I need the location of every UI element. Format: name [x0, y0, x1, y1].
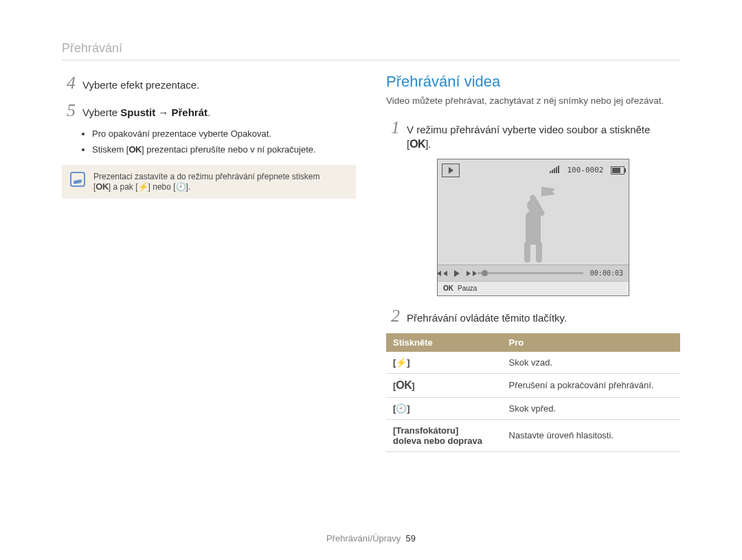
- file-counter: 100-0002: [567, 166, 603, 175]
- right-column: Přehrávání videa Video můžete přehrávat,…: [386, 73, 680, 452]
- bracket: ].: [186, 182, 191, 192]
- step-1: 1 V režimu přehrávání vyberte video soub…: [386, 117, 680, 152]
- ok-icon: OK: [443, 284, 453, 292]
- table-row: [🕘] Skok vpřed.: [386, 397, 680, 419]
- page-number: 59: [406, 533, 416, 544]
- bullet-item: Stiskem [OK] prezentaci přerušíte nebo v…: [92, 144, 356, 156]
- bracket: ]: [407, 357, 409, 368]
- step-number: 5: [62, 100, 76, 121]
- section-intro: Video můžete přehrávat, zachytávat z něj…: [386, 95, 680, 108]
- step-number: 1: [386, 117, 400, 138]
- ok-icon: OK: [95, 181, 109, 192]
- content-columns: 4 Vyberte efekt prezentace. 5 Vyberte Sp…: [62, 73, 680, 452]
- table-cell-key: [⚡]: [386, 352, 502, 374]
- video-footerbar: OK Pauza: [438, 281, 629, 295]
- table-cell-desc: Skok vzad.: [502, 352, 680, 374]
- play-icon: [454, 270, 460, 277]
- figure-silhouette: [513, 190, 554, 265]
- table-cell-key: [OK]: [386, 373, 502, 397]
- footer-section: Přehrávání/Úpravy: [326, 533, 401, 544]
- step-number: 2: [386, 306, 400, 326]
- table-header-desc: Pro: [502, 333, 680, 352]
- note-icon: [70, 172, 85, 187]
- video-screenshot: 100-0002 00:00:03: [437, 159, 629, 296]
- table-row: [OK] Přerušení a pokračování přehrávání.: [386, 373, 680, 397]
- step-text: Vyberte Spustit → Přehrát.: [82, 106, 210, 120]
- ok-icon: OK: [409, 138, 425, 150]
- table-cell-desc: Nastavte úroveň hlasitosti.: [502, 419, 680, 451]
- progress-bar: [477, 272, 583, 274]
- note-box: Prezentaci zastavíte a do režimu přehráv…: [62, 165, 356, 199]
- bracket: ]: [412, 381, 414, 391]
- text-prefix: Vyberte: [82, 107, 120, 118]
- bullet-bold: Opakovat: [231, 128, 269, 139]
- bullet-text: .: [269, 128, 271, 139]
- video-counter: 100-0002: [550, 166, 625, 175]
- flash-icon: ⚡: [138, 182, 148, 192]
- ok-icon: OK: [128, 144, 142, 155]
- table-row: [⚡] Skok vzad.: [386, 352, 680, 374]
- step-text: Vyberte efekt prezentace.: [82, 78, 199, 92]
- note-line1: Prezentaci zastavíte a do režimu přehráv…: [93, 172, 320, 181]
- step1-before: V režimu přehrávání vyberte video soubor…: [407, 124, 650, 135]
- battery-icon: [611, 166, 625, 175]
- left-column: 4 Vyberte efekt prezentace. 5 Vyberte Sp…: [62, 73, 356, 452]
- table-cell-desc: Přerušení a pokračování přehrávání.: [502, 373, 680, 397]
- note-content: Prezentaci zastavíte a do režimu přehráv…: [93, 172, 320, 192]
- text-suffix: .: [207, 107, 210, 118]
- bracket: ].: [425, 138, 431, 150]
- bracket: ]: [407, 403, 409, 414]
- table-cell-key: [🕘]: [386, 397, 502, 419]
- footer-label: Pauza: [458, 284, 477, 292]
- signal-bars-icon: [550, 166, 560, 175]
- step-4: 4 Vyberte efekt prezentace.: [62, 73, 356, 93]
- bullet-item: Pro opakování prezentace vyberte Opakova…: [92, 128, 356, 140]
- zoom-key-line2: doleva nebo doprava: [393, 436, 482, 446]
- zoom-key-line1: [Transfokátoru]: [393, 425, 458, 436]
- bracket: ] nebo [: [148, 182, 176, 192]
- flash-icon: ⚡: [396, 357, 407, 368]
- step-text: Přehrávání ovládáte těmito tlačítky.: [407, 311, 567, 325]
- bullet-text: ] prezentaci přerušíte nebo v ní pokraču…: [142, 144, 316, 155]
- video-controlbar: 00:00:03: [438, 265, 629, 282]
- bullet-text: Stiskem [: [92, 144, 128, 155]
- step-text: V režimu přehrávání vyberte video soubor…: [407, 123, 650, 152]
- page-footer: Přehrávání/Úpravy 59: [0, 533, 742, 544]
- fastforward-icon: [466, 271, 471, 276]
- page: Přehrávání 4 Vyberte efekt prezentace. 5…: [0, 0, 742, 560]
- bullet-text: Pro opakování prezentace vyberte: [92, 128, 231, 139]
- playback-indicator-icon: [442, 164, 460, 177]
- video-topbar: 100-0002: [442, 164, 625, 177]
- rewind-icon: [443, 271, 447, 276]
- timer-icon: 🕘: [176, 182, 186, 192]
- page-header: Přehrávání: [62, 41, 680, 56]
- table-cell-key: [Transfokátoru] doleva nebo doprava: [386, 419, 502, 451]
- table-row: [Transfokátoru] doleva nebo doprava Nast…: [386, 419, 680, 451]
- step-5: 5 Vyberte Spustit → Přehrát.: [62, 100, 356, 121]
- step-2: 2 Přehrávání ovládáte těmito tlačítky.: [386, 306, 680, 326]
- table-cell-desc: Skok vpřed.: [502, 397, 680, 419]
- bracket: ] a pak [: [109, 182, 138, 192]
- section-title: Přehrávání videa: [386, 73, 680, 91]
- controls-table: Stiskněte Pro [⚡] Skok vzad. [OK]: [386, 333, 680, 452]
- step-5-bullets: Pro opakování prezentace vyberte Opakova…: [92, 128, 356, 155]
- table-header-key: Stiskněte: [386, 333, 502, 352]
- timer-icon: 🕘: [396, 403, 407, 414]
- video-time: 00:00:03: [590, 269, 623, 277]
- header-rule: [62, 60, 680, 60]
- ok-icon: OK: [396, 379, 412, 391]
- text-bold: Spustit → Přehrát: [120, 107, 207, 118]
- step-number: 4: [62, 73, 76, 93]
